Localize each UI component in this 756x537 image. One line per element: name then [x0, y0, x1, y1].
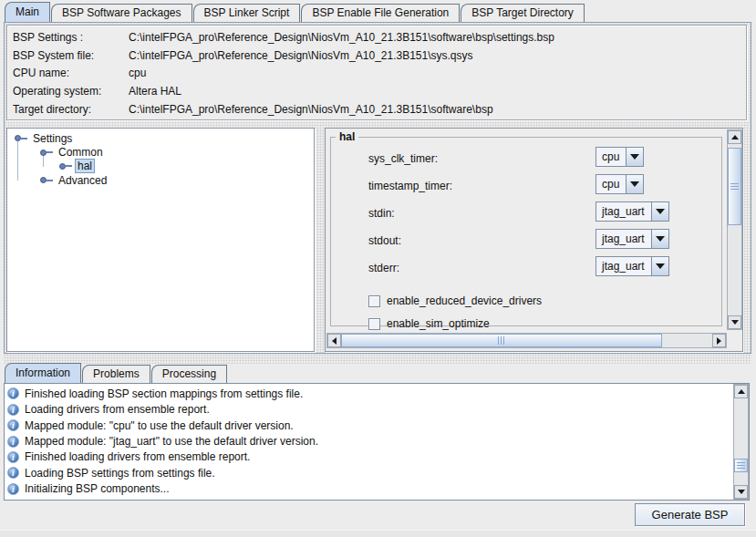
summary-value: C:\intelFPGA_pro\Reference_Design\NiosVm…: [129, 31, 554, 44]
form-vertical-scrollbar[interactable]: [727, 129, 742, 330]
arrow-left-icon: [332, 337, 337, 345]
summary-row: BSP Settings :C:\intelFPGA_pro\Reference…: [13, 28, 746, 46]
log-message: Loading BSP settings from settings file.: [25, 467, 215, 480]
main-tab-main[interactable]: Main: [5, 2, 50, 22]
combo-selected-value: cpu: [596, 175, 626, 193]
scroll-track[interactable]: [728, 144, 741, 315]
console-tab-problems[interactable]: Problems: [82, 365, 150, 383]
info-icon: i: [7, 419, 19, 431]
chevron-down-icon: [656, 263, 665, 269]
log-row[interactable]: iInitializing BSP components...: [7, 481, 749, 497]
combo-dropdown-button[interactable]: [651, 257, 668, 275]
combo-dropdown-button[interactable]: [651, 230, 668, 248]
scroll-thumb[interactable]: [341, 334, 662, 347]
chevron-down-icon: [656, 209, 665, 214]
scroll-up-button[interactable]: [728, 130, 741, 144]
summary-value: C:\intelFPGA_pro\Reference_Design\NiosVm…: [129, 49, 473, 62]
form-field-row: stderr:jtag_uart: [326, 254, 718, 282]
tree-handle-line: [47, 180, 53, 181]
field-label-sys-clk-timer: sys_clk_timer:: [368, 152, 438, 165]
generate-bsp-button[interactable]: Generate BSP: [635, 503, 745, 526]
main-tab-bsp-target-directory[interactable]: BSP Target Directory: [461, 4, 585, 22]
tree-node-advanced[interactable]: Advanced: [40, 173, 314, 187]
thumb-grip-icon: [737, 462, 745, 470]
field-label-stdout: stdout:: [368, 234, 401, 247]
summary-value: Altera HAL: [129, 85, 181, 98]
log-message: Mapped module: "cpu" to use the default …: [25, 419, 294, 432]
tree-node-settings[interactable]: Settings: [15, 131, 314, 145]
scroll-right-button[interactable]: [712, 334, 726, 347]
scroll-thumb[interactable]: [734, 459, 748, 472]
summary-value: cpu: [129, 67, 146, 79]
main-tab-bsp-linker-script[interactable]: BSP Linker Script: [193, 4, 301, 22]
tree-handle-icon[interactable]: [59, 163, 66, 170]
scroll-down-button[interactable]: [728, 315, 741, 329]
log-message-list: iFinished loading BSP section mappings f…: [5, 384, 749, 497]
tree-node-label[interactable]: Settings: [31, 132, 74, 145]
thumb-grip-icon: [498, 336, 505, 345]
arrow-up-icon: [738, 389, 745, 394]
tree-node-common[interactable]: Common: [40, 145, 314, 159]
combo-sys-clk-timer[interactable]: cpu: [595, 147, 644, 167]
log-row[interactable]: iMapped module: "jtag_uart" to use the d…: [7, 433, 749, 449]
tree-node-label[interactable]: Advanced: [57, 174, 109, 187]
log-row[interactable]: iLoading BSP settings from settings file…: [7, 465, 749, 480]
combo-stdout[interactable]: jtag_uart: [595, 229, 669, 249]
combo-dropdown-button[interactable]: [651, 202, 668, 221]
scroll-track[interactable]: [734, 398, 748, 485]
combo-stdin[interactable]: jtag_uart: [595, 201, 669, 222]
tree-node-label[interactable]: hal: [76, 160, 94, 172]
log-vertical-scrollbar[interactable]: [733, 384, 749, 500]
log-row[interactable]: iMapped module: "cpu" to use the default…: [7, 418, 749, 433]
console-tab-processing[interactable]: Processing: [151, 365, 227, 383]
form-horizontal-scrollbar[interactable]: [326, 333, 727, 348]
combo-dropdown-button[interactable]: [626, 148, 643, 166]
scroll-thumb[interactable]: [728, 148, 741, 225]
arrow-down-icon: [731, 320, 739, 325]
log-row[interactable]: iLoading drivers from ensemble report.: [7, 401, 749, 417]
field-label-stdin: stdin:: [368, 207, 395, 220]
main-tabbar: MainBSP Software PackagesBSP Linker Scri…: [5, 3, 585, 22]
log-row[interactable]: iFinished loading drivers from ensemble …: [7, 449, 749, 465]
checkbox-label: enable_reduced_device_drivers: [387, 294, 542, 307]
combo-selected-value: jtag_uart: [596, 202, 651, 221]
summary-row: Target directory:C:\intelFPGA_pro\Refere…: [13, 100, 746, 119]
info-icon: i: [7, 436, 19, 448]
combo-timestamp-timer[interactable]: cpu: [595, 174, 644, 194]
information-log-panel: iFinished loading BSP section mappings f…: [4, 383, 750, 501]
form-field-row: sys_clk_timer:cpu: [326, 145, 718, 172]
summary-row: Operating system:Altera HAL: [13, 82, 746, 100]
scroll-down-button[interactable]: [734, 485, 748, 499]
thumb-grip-icon: [730, 183, 739, 191]
tree-handle-icon[interactable]: [40, 177, 47, 183]
tree-handle-line: [21, 138, 27, 139]
scroll-up-button[interactable]: [734, 385, 748, 398]
scroll-track[interactable]: [341, 334, 712, 347]
checkbox-row-enable-reduced-device-drivers: enable_reduced_device_drivers: [368, 294, 542, 307]
info-icon: i: [7, 451, 19, 463]
tree-handle-icon[interactable]: [40, 150, 47, 156]
tree-handle-line: [47, 151, 53, 153]
summary-value: C:\intelFPGA_pro\Reference_Design\NiosVm…: [129, 103, 493, 116]
combo-stderr[interactable]: jtag_uart: [595, 256, 669, 276]
tree-node-hal[interactable]: hal: [59, 160, 314, 173]
summary-label: Operating system:: [13, 85, 129, 98]
main-tab-bsp-enable-file-generation[interactable]: BSP Enable File Generation: [301, 4, 460, 22]
tree-node-label[interactable]: Common: [57, 146, 105, 159]
checkbox-enable-reduced-device-drivers[interactable]: [368, 295, 380, 307]
info-icon: i: [7, 483, 19, 495]
scroll-left-button[interactable]: [327, 334, 341, 347]
settings-tree: SettingsCommonhalAdvanced: [7, 129, 314, 188]
console-tab-information[interactable]: Information: [5, 363, 81, 383]
main-tab-bsp-software-packages[interactable]: BSP Software Packages: [51, 4, 192, 22]
arrow-down-icon: [738, 490, 745, 494]
combo-dropdown-button[interactable]: [626, 175, 643, 193]
checkbox-row-enable-sim-optimize: enable_sim_optimize: [368, 317, 490, 330]
form-field-row: timestamp_timer:cpu: [326, 172, 718, 200]
log-row[interactable]: iFinished loading BSP section mappings f…: [7, 386, 749, 401]
form-field-row: stdout:jtag_uart: [326, 227, 718, 254]
form-field-row: stdin:jtag_uart: [326, 200, 718, 227]
summary-label: BSP System file:: [13, 49, 129, 62]
summary-label: CPU name:: [13, 67, 129, 79]
checkbox-enable-sim-optimize[interactable]: [368, 318, 380, 330]
